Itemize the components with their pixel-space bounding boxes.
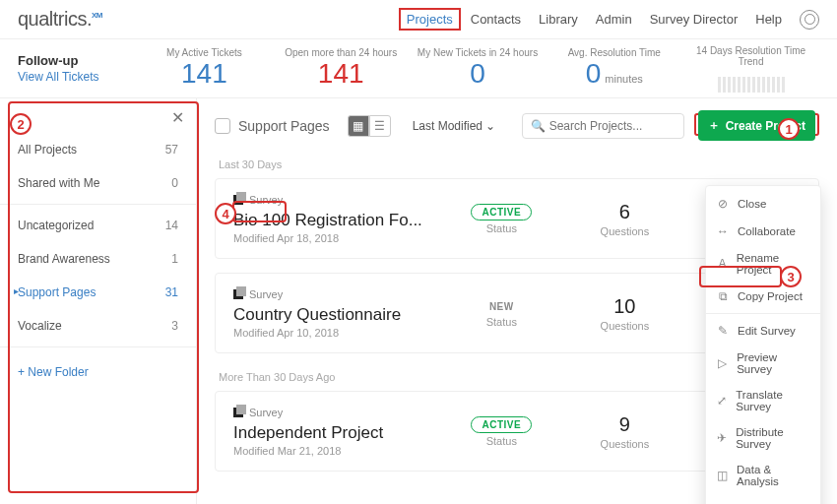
data-icon: ◫	[716, 469, 729, 482]
folders-sidebar: ✕ All Projects57 Shared with Me0 Uncateg…	[0, 98, 197, 504]
project-type-label: Survey	[249, 288, 283, 300]
status-metric: ACTIVE Status	[449, 204, 554, 234]
top-nav-links: Projects Contacts Library Admin Survey D…	[407, 10, 819, 30]
divider	[706, 313, 820, 314]
translate-icon: ⤢	[716, 394, 728, 408]
top-nav: qualtrics.XM Projects Contacts Library A…	[0, 0, 837, 39]
sidebar-item-count: 31	[165, 285, 178, 299]
sidebar-item-all-projects[interactable]: All Projects57	[0, 133, 196, 166]
caret-right-icon: ▸	[14, 285, 19, 296]
menu-label: Close	[738, 198, 766, 210]
user-avatar-icon[interactable]	[800, 10, 819, 30]
stat-label: Open more than 24 hours	[273, 47, 410, 58]
followup-title: Follow-up	[18, 53, 136, 68]
new-folder-button[interactable]: + New Folder	[0, 351, 196, 393]
divider	[0, 346, 196, 347]
project-type: Survey	[233, 407, 283, 418]
menu-data[interactable]: ◫Data & Analysis	[706, 457, 820, 494]
project-modified: Modified Apr 10, 2018	[233, 327, 431, 339]
menu-close[interactable]: ⊘Close	[706, 190, 820, 218]
sidebar-item-count: 14	[165, 219, 178, 232]
nav-survey-director[interactable]: Survey Director	[650, 12, 739, 27]
menu-edit[interactable]: ✎Edit Survey	[706, 317, 820, 345]
menu-label: Preview Survey	[737, 351, 810, 375]
copy-icon: ⧉	[716, 289, 730, 303]
sidebar-item-label: Brand Awareness	[18, 252, 110, 266]
stat-label: Avg. Resolution Time	[546, 47, 682, 58]
sidebar-item-count: 57	[165, 143, 178, 157]
metric-value: 9	[572, 413, 677, 436]
metric-label: Questions	[572, 225, 677, 237]
close-icon[interactable]: ✕	[171, 108, 184, 127]
project-modified: Modified Apr 18, 2018	[233, 232, 431, 244]
sidebar-item-count: 0	[171, 176, 178, 190]
pencil-icon: ✎	[716, 324, 730, 338]
menu-label: Edit Survey	[738, 325, 796, 337]
status-metric: ACTIVE Status	[449, 416, 554, 447]
metric-label: Status	[449, 316, 554, 328]
share-icon: ↔	[716, 224, 730, 238]
view-toggle: ▦ ☰	[348, 115, 391, 137]
stat-label: 14 Days Resolution Time Trend	[682, 45, 819, 67]
followup-block: Follow-up View All Tickets	[18, 53, 136, 84]
metric-value: 10	[572, 295, 677, 318]
current-folder-name: Support Pages	[238, 118, 330, 134]
nav-library[interactable]: Library	[539, 12, 578, 27]
menu-collaborate[interactable]: ↔Collaborate	[706, 218, 820, 245]
metric-value: 6	[572, 201, 677, 223]
send-icon: ✈	[716, 431, 728, 445]
sidebar-item-brand-awareness[interactable]: Brand Awareness1	[0, 242, 196, 276]
sidebar-item-uncategorized[interactable]: Uncategorized14	[0, 209, 196, 242]
nav-contacts[interactable]: Contacts	[471, 12, 521, 27]
followup-link[interactable]: View All Tickets	[18, 70, 136, 84]
status-badge: ACTIVE	[471, 204, 532, 220]
menu-rename[interactable]: ARename Project	[706, 245, 820, 283]
menu-preview[interactable]: ▷Preview Survey	[706, 345, 820, 382]
nav-projects[interactable]: Projects	[399, 8, 461, 31]
stat-label: My New Tickets in 24 hours	[410, 47, 547, 58]
text-icon: A	[716, 257, 729, 271]
stat-value: 141	[273, 58, 410, 90]
annotation-number: 4	[215, 203, 236, 224]
sidebar-item-shared[interactable]: Shared with Me0	[0, 166, 196, 200]
sort-label: Last Modified	[413, 119, 483, 133]
sidebar-item-support-pages[interactable]: ▸Support Pages31	[0, 276, 196, 309]
project-title: Bio 100 Registration Fo...	[233, 211, 431, 230]
sidebar-item-vocalize[interactable]: Vocalize3	[0, 309, 196, 343]
stat-label: My Active Tickets	[136, 47, 273, 58]
stat-avg-resolution: Avg. Resolution Time 0minutes	[546, 47, 682, 90]
search-icon: 🔍	[531, 119, 546, 133]
menu-reports[interactable]: ▮▮View Reports	[706, 494, 820, 504]
plus-icon: ＋	[708, 117, 720, 134]
project-type-label: Survey	[249, 194, 283, 206]
menu-translate[interactable]: ⤢Translate Survey	[706, 382, 820, 419]
divider	[0, 204, 196, 205]
stat-value: 141	[136, 58, 273, 90]
project-title: Country Questionnaire	[233, 305, 431, 325]
stats-bar: Follow-up View All Tickets My Active Tic…	[0, 39, 837, 98]
toolbar: Support Pages ▦ ☰ Last Modified ⌄ 🔍 ＋Cre…	[215, 110, 819, 141]
sidebar-item-label: Vocalize	[18, 319, 62, 333]
list-view-icon[interactable]: ☰	[369, 115, 391, 137]
project-title: Independent Project	[233, 423, 431, 443]
metric-label: Questions	[572, 320, 677, 332]
metric-label: Status	[449, 222, 554, 234]
grid-view-icon[interactable]: ▦	[348, 115, 369, 137]
stat-value: 0	[410, 58, 547, 90]
sidebar-item-count: 1	[171, 252, 178, 266]
menu-distribute[interactable]: ✈Distribute Survey	[706, 419, 820, 457]
nav-admin[interactable]: Admin	[596, 12, 632, 27]
section-last-30: Last 30 Days	[219, 158, 819, 170]
search-input[interactable]: 🔍	[522, 113, 684, 139]
stat-value: 0	[586, 58, 602, 89]
project-modified: Modified Mar 21, 2018	[233, 445, 431, 457]
stat-open-24h: Open more than 24 hours 141	[273, 47, 410, 90]
search-field[interactable]	[549, 119, 668, 133]
select-all-checkbox[interactable]	[215, 118, 230, 134]
stat-trend: 14 Days Resolution Time Trend	[682, 45, 819, 93]
sort-dropdown[interactable]: Last Modified ⌄	[413, 119, 496, 133]
nav-help[interactable]: Help	[755, 12, 782, 27]
stat-active-tickets: My Active Tickets 141	[136, 47, 273, 90]
menu-label: Distribute Survey	[736, 426, 810, 450]
menu-copy[interactable]: ⧉Copy Project	[706, 283, 820, 310]
